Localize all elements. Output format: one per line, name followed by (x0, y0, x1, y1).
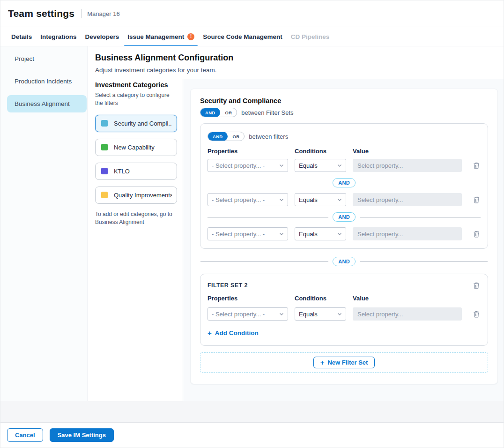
category-filters-panel: Security and Compliance AND OR between F… (190, 89, 498, 384)
value-input[interactable] (353, 193, 462, 206)
new-filter-set-label: New Filter Set (327, 359, 368, 366)
categories-hint: Select a category to configure the filte… (95, 91, 177, 108)
sidebar-item-project[interactable]: Project (7, 50, 87, 67)
tab-source-code-management[interactable]: Source Code Management (199, 27, 287, 46)
condition-select-value: Equals (299, 162, 334, 169)
category-button-new-capability[interactable]: New Capability (95, 139, 177, 156)
tab-cd-pipelines: CD Pipelines (287, 27, 334, 46)
tab-cd-pipelines-label: CD Pipelines (291, 33, 330, 40)
conditions-column-header: Conditions (295, 295, 346, 302)
condition-select[interactable]: Equals (295, 193, 346, 206)
category-label: Security and Compli... (114, 120, 172, 127)
section-subtitle: Adjust investment categories for your te… (95, 67, 496, 74)
condition-select-value: Equals (299, 231, 334, 238)
property-select[interactable]: - Select property... - (208, 193, 288, 206)
condition-select[interactable]: Equals (295, 227, 346, 240)
condition-select-value: Equals (299, 196, 334, 203)
delete-filter-button[interactable] (472, 161, 481, 170)
warning-icon: ! (187, 33, 194, 40)
save-im-settings-button[interactable]: Save IM Settings (50, 428, 114, 442)
page-title: Team settings (8, 8, 74, 19)
category-button-quality-improvements[interactable]: Quality Improvements (95, 187, 177, 204)
cancel-button[interactable]: Cancel (7, 428, 43, 442)
sidebar-item-production-incidents[interactable]: Production Incidents (7, 73, 87, 90)
chevron-down-icon (279, 232, 284, 236)
property-select[interactable]: - Select property... - (208, 159, 288, 172)
tab-developers[interactable]: Developers (81, 27, 124, 46)
connector-line (360, 183, 481, 183)
tab-developers-label: Developers (85, 33, 119, 40)
plus-icon: + (208, 329, 212, 336)
and-segment[interactable]: AND (208, 132, 228, 141)
bottom-strip (0, 401, 504, 423)
property-select[interactable]: - Select property... - (208, 227, 288, 240)
category-button-ktlo[interactable]: KTLO (95, 163, 177, 180)
trash-icon (473, 162, 480, 169)
filter-connector: AND (208, 212, 481, 222)
tab-source-code-management-label: Source Code Management (203, 33, 282, 40)
sidebar-item-production-incidents-label: Production Incidents (15, 78, 72, 85)
category-button-security-and-compliance[interactable]: Security and Compli... (95, 115, 177, 132)
chevron-down-icon (279, 198, 284, 202)
tab-issue-management[interactable]: Issue Management ! (123, 27, 199, 46)
filter-set-2-header: FILTER SET 2 (208, 281, 481, 290)
and-connector-pill: AND (333, 212, 356, 222)
chevron-down-icon (337, 198, 342, 202)
property-select-value: - Select property... - (212, 311, 276, 318)
tab-integrations[interactable]: Integrations (36, 27, 81, 46)
or-segment[interactable]: OR (220, 110, 237, 115)
and-or-toggle-filters[interactable]: AND OR (208, 132, 245, 141)
add-condition-button[interactable]: + Add Condition (208, 329, 259, 336)
team-name-label: Manager 16 (87, 10, 119, 17)
value-input[interactable] (353, 307, 462, 321)
filter-row: - Select property... - Equals (208, 307, 481, 321)
delete-filter-button[interactable] (472, 195, 481, 204)
delete-filter-button[interactable] (472, 310, 481, 319)
sidebar-item-business-alignment[interactable]: Business Alignment (7, 95, 87, 112)
between-filter-sets-label: between Filter Sets (241, 109, 293, 116)
properties-column-header: Properties (208, 295, 288, 302)
section-header: Business Alignment Configuration Adjust … (88, 46, 504, 79)
conditions-column-header: Conditions (295, 148, 346, 155)
and-connector-pill: AND (333, 178, 356, 187)
and-segment[interactable]: AND (200, 108, 220, 117)
connector-line (360, 261, 488, 262)
connector-line (200, 261, 328, 262)
property-select[interactable]: - Select property... - (208, 307, 288, 321)
value-input[interactable] (353, 227, 462, 240)
trash-icon (473, 196, 480, 203)
section-title: Business Alignment Configuration (95, 53, 496, 63)
delete-filter-button[interactable] (472, 230, 481, 239)
category-color-swatch (101, 144, 108, 150)
categories-footnote: To add or edit categories, go to Busines… (95, 210, 177, 227)
config-columns: Investment Categories Select a category … (88, 79, 504, 401)
footer-actions: Cancel Save IM Settings (0, 423, 504, 448)
property-select-value: - Select property... - (212, 196, 276, 203)
filter-set-2: FILTER SET 2 Properties Conditions Value (200, 274, 488, 346)
team-settings-page: Team settings Manager 16 Details Integra… (0, 0, 504, 448)
tab-details[interactable]: Details (7, 27, 36, 46)
new-filter-set-button[interactable]: + New Filter Set (313, 357, 375, 368)
filter-row: - Select property... - Equals (208, 193, 481, 206)
value-input[interactable] (353, 159, 462, 172)
or-segment[interactable]: OR (228, 134, 244, 139)
filter-connector: AND (208, 178, 481, 187)
connector-line (208, 183, 328, 183)
and-or-toggle-filter-sets[interactable]: AND OR (200, 108, 237, 117)
settings-sidebar: Project Production Incidents Business Al… (0, 46, 88, 401)
add-condition-label: Add Condition (215, 329, 259, 336)
delete-filter-set-button[interactable] (472, 281, 481, 290)
condition-select[interactable]: Equals (295, 307, 346, 321)
trash-icon (473, 311, 480, 318)
filter-set-1: AND OR between filters Properties Condit… (200, 123, 488, 249)
filter-set-2-title: FILTER SET 2 (208, 282, 248, 289)
trash-icon (473, 231, 480, 238)
condition-select[interactable]: Equals (295, 159, 346, 172)
main-content: Business Alignment Configuration Adjust … (88, 46, 504, 401)
filter-sets-connector: AND (200, 257, 488, 266)
value-column-header: Value (353, 295, 462, 302)
tab-issue-management-label: Issue Management (127, 33, 184, 40)
filter-column-headers: Properties Conditions Value (208, 295, 481, 302)
properties-column-header: Properties (208, 148, 288, 155)
filters-column: Security and Compliance AND OR between F… (183, 79, 504, 401)
